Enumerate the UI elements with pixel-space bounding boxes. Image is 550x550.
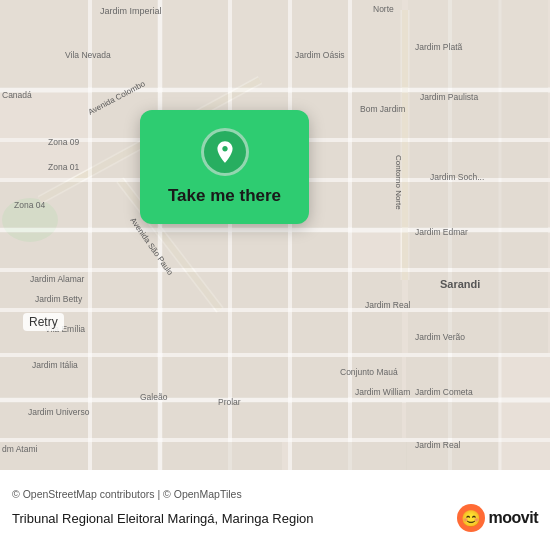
- svg-text:Jardim Soch...: Jardim Soch...: [430, 172, 484, 182]
- svg-rect-42: [162, 232, 228, 268]
- svg-text:Zona 01: Zona 01: [48, 162, 79, 172]
- svg-text:Jardim Platã: Jardim Platã: [415, 42, 463, 52]
- svg-rect-44: [292, 232, 348, 268]
- svg-text:Contorno Norte: Contorno Norte: [394, 155, 403, 210]
- location-pin-icon: [201, 128, 249, 176]
- svg-text:Jardim Oásis: Jardim Oásis: [295, 50, 345, 60]
- svg-rect-46: [92, 272, 158, 308]
- svg-rect-55: [292, 312, 348, 353]
- svg-text:Canadá: Canadá: [2, 90, 32, 100]
- location-name: Tribunal Regional Eleitoral Maringá, Mar…: [12, 511, 457, 526]
- svg-rect-72: [92, 442, 158, 470]
- svg-rect-65: [92, 402, 158, 438]
- svg-text:Jardim Betty: Jardim Betty: [35, 294, 83, 304]
- take-me-there-popup[interactable]: Take me there: [140, 110, 309, 224]
- svg-rect-59: [162, 357, 228, 398]
- svg-rect-74: [292, 442, 407, 470]
- svg-text:Jardim Itália: Jardim Itália: [32, 360, 78, 370]
- location-row: Tribunal Regional Eleitoral Maringá, Mar…: [12, 504, 538, 532]
- svg-rect-43: [232, 232, 288, 268]
- svg-rect-85: [232, 0, 288, 88]
- svg-text:Zona 09: Zona 09: [48, 137, 79, 147]
- svg-text:Prolar: Prolar: [218, 397, 241, 407]
- svg-text:Jardim Paulista: Jardim Paulista: [420, 92, 478, 102]
- svg-text:Jardim Imperial: Jardim Imperial: [100, 6, 162, 16]
- svg-rect-84: [162, 0, 228, 88]
- svg-text:Jardim Cometa: Jardim Cometa: [415, 387, 473, 397]
- retry-button[interactable]: Retry: [23, 313, 64, 331]
- svg-text:Jardim Alamar: Jardim Alamar: [30, 274, 84, 284]
- svg-rect-53: [162, 312, 228, 353]
- svg-rect-82: [0, 0, 88, 88]
- svg-text:Jardim Verão: Jardim Verão: [415, 332, 465, 342]
- svg-rect-73: [162, 442, 282, 470]
- svg-text:Jardim Real: Jardim Real: [365, 300, 410, 310]
- svg-rect-67: [232, 402, 288, 438]
- svg-text:Sarandi: Sarandi: [440, 278, 480, 290]
- svg-text:Zona 04: Zona 04: [14, 200, 45, 210]
- svg-rect-61: [292, 357, 348, 398]
- moovit-face-icon: 😊: [457, 504, 485, 532]
- svg-text:Jardim William: Jardim William: [355, 387, 410, 397]
- svg-rect-86: [292, 0, 348, 88]
- svg-text:Conjunto Mauá: Conjunto Mauá: [340, 367, 398, 377]
- svg-text:Jardim Edmar: Jardim Edmar: [415, 227, 468, 237]
- bottom-bar: © OpenStreetMap contributors | © OpenMap…: [0, 470, 550, 550]
- svg-rect-70: [406, 402, 498, 438]
- svg-rect-52: [92, 312, 158, 353]
- svg-text:Vila Nevada: Vila Nevada: [65, 50, 111, 60]
- svg-rect-78: [408, 182, 548, 228]
- popup-label: Take me there: [168, 186, 281, 206]
- svg-rect-49: [292, 272, 348, 308]
- svg-rect-40: [0, 232, 88, 268]
- svg-rect-66: [162, 402, 228, 438]
- svg-rect-68: [292, 402, 348, 438]
- svg-text:Galeão: Galeão: [140, 392, 168, 402]
- attribution-text: © OpenStreetMap contributors | © OpenMap…: [12, 488, 538, 500]
- svg-text:Jardim Real: Jardim Real: [415, 440, 460, 450]
- svg-text:Jardim Universo: Jardim Universo: [28, 407, 90, 417]
- map-container: Jardim Imperial Vila Nevada Jardim Oásis…: [0, 0, 550, 470]
- svg-rect-54: [232, 312, 288, 353]
- moovit-brand-text: moovit: [489, 509, 538, 527]
- svg-rect-69: [352, 402, 402, 438]
- svg-text:Norte: Norte: [373, 4, 394, 14]
- svg-rect-56: [352, 312, 402, 353]
- svg-rect-28: [352, 92, 402, 138]
- svg-text:Bom Jardim: Bom Jardim: [360, 104, 405, 114]
- svg-rect-47: [162, 272, 228, 308]
- svg-rect-48: [232, 272, 288, 308]
- moovit-logo[interactable]: 😊 moovit: [457, 504, 538, 532]
- svg-text:dm Atami: dm Atami: [2, 444, 38, 454]
- svg-rect-60: [232, 357, 288, 398]
- svg-rect-79: [408, 232, 548, 268]
